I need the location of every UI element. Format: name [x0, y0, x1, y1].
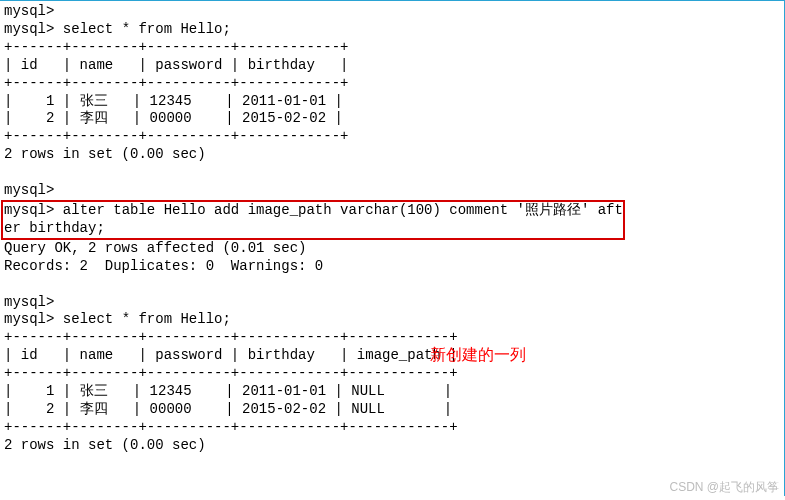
table2-row: | 2 | 李四 | 00000 | 2015-02-02 | NULL | [4, 401, 452, 417]
table1-summary: 2 rows in set (0.00 sec) [4, 146, 206, 162]
table2-border: +------+--------+----------+------------… [4, 365, 458, 381]
prompt: mysql> [4, 202, 54, 218]
table2-row: | 1 | 张三 | 12345 | 2011-01-01 | NULL | [4, 383, 452, 399]
query-select1: select * from Hello; [63, 21, 231, 37]
table1-border: +------+--------+----------+------------… [4, 39, 348, 55]
query-alter: alter table Hello add image_path varchar… [4, 202, 623, 236]
table2-border: +------+--------+----------+------------… [4, 329, 458, 345]
table2-summary: 2 rows in set (0.00 sec) [4, 437, 206, 453]
prompt: mysql> [4, 311, 54, 327]
table1-border: +------+--------+----------+------------… [4, 128, 348, 144]
watermark: CSDN @起飞的风筝 [669, 479, 779, 496]
prompt: mysql> [4, 21, 54, 37]
alter-result-line1: Query OK, 2 rows affected (0.01 sec) [4, 240, 306, 256]
annotation-new-column: 新创建的一列 [430, 345, 526, 366]
prompt: mysql> [4, 3, 54, 19]
prompt: mysql> [4, 294, 54, 310]
mysql-terminal[interactable]: mysql> mysql> select * from Hello; +----… [0, 0, 785, 496]
table1-border: +------+--------+----------+------------… [4, 75, 348, 91]
table1-row: | 1 | 张三 | 12345 | 2011-01-01 | [4, 93, 343, 109]
table1-row: | 2 | 李四 | 00000 | 2015-02-02 | [4, 110, 343, 126]
query-select2: select * from Hello; [63, 311, 231, 327]
alter-result-line2: Records: 2 Duplicates: 0 Warnings: 0 [4, 258, 323, 274]
highlighted-alter-statement: mysql> alter table Hello add image_path … [1, 200, 625, 240]
table2-border: +------+--------+----------+------------… [4, 419, 458, 435]
table1-header: | id | name | password | birthday | [4, 57, 348, 73]
prompt: mysql> [4, 182, 54, 198]
table2-header: | id | name | password | birthday | imag… [4, 347, 458, 363]
